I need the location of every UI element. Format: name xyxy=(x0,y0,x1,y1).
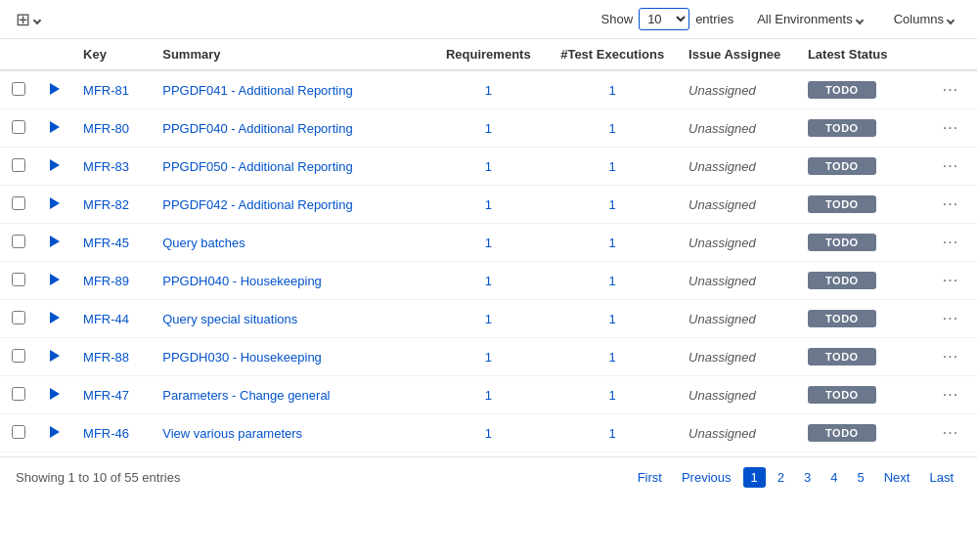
row-status-cell: TODO xyxy=(796,148,925,186)
row-checkbox[interactable] xyxy=(12,273,25,286)
row-assignee-cell: Unassigned xyxy=(677,262,796,300)
pagination: First Previous 1 2 3 4 5 Next Last xyxy=(630,467,961,488)
summary-link[interactable]: PPGDF040 - Additional Reporting xyxy=(162,121,352,136)
header-latest-status: Latest Status xyxy=(796,39,925,70)
row-executions-cell: 1 xyxy=(548,148,677,186)
requirements-table: Key Summary Requirements #Test Execution… xyxy=(0,39,977,452)
header-play xyxy=(38,39,72,70)
play-icon[interactable] xyxy=(50,312,60,323)
summary-link[interactable]: Query batches xyxy=(162,236,245,250)
row-actions-button[interactable]: ··· xyxy=(937,422,964,444)
assignee-text: Unassigned xyxy=(688,388,756,403)
chevron-down-icon xyxy=(34,12,40,26)
row-requirements-cell: 1 xyxy=(428,224,548,262)
play-icon[interactable] xyxy=(50,83,60,95)
row-checkbox[interactable] xyxy=(12,158,25,172)
next-page-button[interactable]: Next xyxy=(876,467,918,488)
status-badge: TODO xyxy=(808,424,876,442)
row-actions-cell: ··· xyxy=(925,262,977,300)
grid-view-button[interactable]: ⊞ xyxy=(16,9,40,30)
assignee-text: Unassigned xyxy=(688,312,756,326)
summary-link[interactable]: Query special situations xyxy=(162,312,297,326)
play-icon[interactable] xyxy=(50,197,60,209)
entries-select[interactable]: 5 10 25 50 100 xyxy=(639,8,689,30)
row-checkbox[interactable] xyxy=(12,235,25,248)
key-link[interactable]: MFR-83 xyxy=(83,159,129,174)
summary-link[interactable]: PPGDF042 - Additional Reporting xyxy=(162,197,352,212)
key-link[interactable]: MFR-88 xyxy=(83,350,129,365)
summary-link[interactable]: PPGDF041 - Additional Reporting xyxy=(162,83,352,98)
page-2-button[interactable]: 2 xyxy=(770,467,792,488)
header-checkbox xyxy=(0,39,38,70)
row-checkbox[interactable] xyxy=(12,425,25,439)
key-link[interactable]: MFR-45 xyxy=(83,236,129,250)
row-executions-cell: 1 xyxy=(548,224,677,262)
play-icon[interactable] xyxy=(50,350,60,362)
row-key-cell: MFR-44 xyxy=(71,300,151,338)
key-link[interactable]: MFR-89 xyxy=(83,274,129,288)
last-page-button[interactable]: Last xyxy=(921,467,961,488)
row-checkbox[interactable] xyxy=(12,349,25,363)
row-play-cell xyxy=(38,376,72,414)
row-play-cell xyxy=(38,109,72,148)
page-1-button[interactable]: 1 xyxy=(743,467,766,488)
grid-icon: ⊞ xyxy=(16,9,30,30)
row-checkbox[interactable] xyxy=(12,387,25,401)
row-actions-button[interactable]: ··· xyxy=(937,308,964,329)
row-key-cell: MFR-81 xyxy=(71,70,151,109)
row-executions-cell: 1 xyxy=(548,109,677,148)
table-row: MFR-80 PPGDF040 - Additional Reporting 1… xyxy=(0,109,977,148)
key-link[interactable]: MFR-46 xyxy=(83,426,129,441)
toolbar-right: Show 5 10 25 50 100 entries All Environm… xyxy=(601,8,961,30)
summary-link[interactable]: PPGDH040 - Housekeeping xyxy=(162,274,322,288)
play-icon[interactable] xyxy=(50,121,60,133)
environments-dropdown[interactable]: All Environments xyxy=(749,8,870,30)
summary-link[interactable]: View various parameters xyxy=(162,426,302,441)
row-actions-button[interactable]: ··· xyxy=(937,117,964,139)
first-page-button[interactable]: First xyxy=(630,467,670,488)
row-checkbox[interactable] xyxy=(12,311,25,324)
previous-page-button[interactable]: Previous xyxy=(674,467,739,488)
play-icon[interactable] xyxy=(50,388,60,400)
row-checkbox-cell xyxy=(0,186,38,224)
key-link[interactable]: MFR-44 xyxy=(83,312,129,326)
row-summary-cell: PPGDF050 - Additional Reporting xyxy=(151,148,428,186)
row-checkbox[interactable] xyxy=(12,120,25,134)
table-body: MFR-81 PPGDF041 - Additional Reporting 1… xyxy=(0,70,977,452)
play-icon[interactable] xyxy=(50,159,60,171)
row-key-cell: MFR-47 xyxy=(71,376,151,414)
toolbar: ⊞ Show 5 10 25 50 100 entries All Enviro… xyxy=(0,0,977,39)
play-icon[interactable] xyxy=(50,274,60,285)
row-checkbox-cell xyxy=(0,300,38,338)
row-status-cell: TODO xyxy=(796,109,925,148)
row-summary-cell: View various parameters xyxy=(151,414,428,452)
row-actions-button[interactable]: ··· xyxy=(937,346,964,367)
play-icon[interactable] xyxy=(50,236,60,247)
row-checkbox-cell xyxy=(0,414,38,452)
row-checkbox[interactable] xyxy=(12,196,25,210)
row-key-cell: MFR-46 xyxy=(71,414,151,452)
summary-link[interactable]: PPGDH030 - Housekeeping xyxy=(162,350,322,365)
row-actions-button[interactable]: ··· xyxy=(937,232,964,253)
row-actions-button[interactable]: ··· xyxy=(937,155,964,177)
key-link[interactable]: MFR-47 xyxy=(83,388,129,403)
row-key-cell: MFR-82 xyxy=(71,186,151,224)
row-executions-cell: 1 xyxy=(548,262,677,300)
row-actions-button[interactable]: ··· xyxy=(937,79,964,101)
row-actions-button[interactable]: ··· xyxy=(937,194,964,215)
key-link[interactable]: MFR-80 xyxy=(83,121,129,136)
row-checkbox[interactable] xyxy=(12,82,25,96)
summary-link[interactable]: Parameters - Change general xyxy=(162,388,330,403)
row-requirements-cell: 1 xyxy=(428,414,548,452)
key-link[interactable]: MFR-81 xyxy=(83,83,129,98)
summary-link[interactable]: PPGDF050 - Additional Reporting xyxy=(162,159,352,174)
row-actions-button[interactable]: ··· xyxy=(937,384,964,406)
page-4-button[interactable]: 4 xyxy=(822,467,845,488)
page-3-button[interactable]: 3 xyxy=(796,467,819,488)
key-link[interactable]: MFR-82 xyxy=(83,197,129,212)
row-requirements-cell: 1 xyxy=(428,300,548,338)
page-5-button[interactable]: 5 xyxy=(849,467,871,488)
play-icon[interactable] xyxy=(50,426,60,438)
columns-dropdown[interactable]: Columns xyxy=(886,8,961,30)
row-actions-button[interactable]: ··· xyxy=(937,270,964,291)
